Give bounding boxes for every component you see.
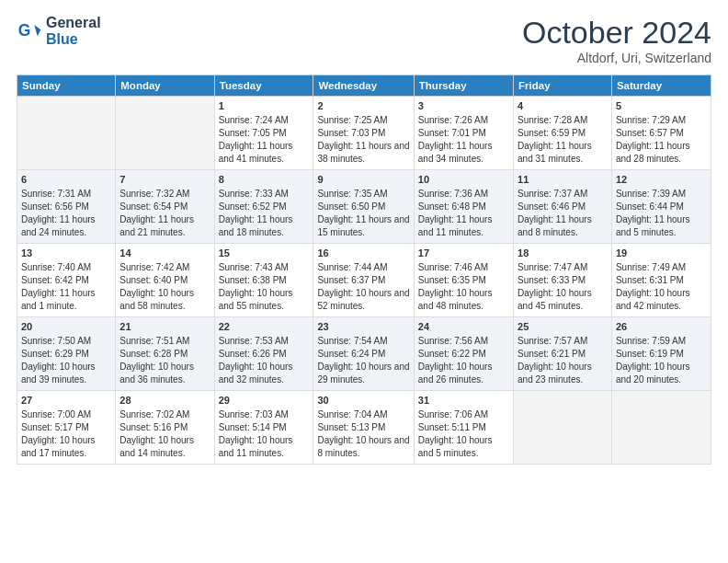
calendar-cell: 18Sunrise: 7:47 AM Sunset: 6:33 PM Dayli… — [514, 244, 612, 317]
day-info: Sunrise: 7:04 AM Sunset: 5:13 PM Dayligh… — [317, 408, 409, 460]
day-info: Sunrise: 7:37 AM Sunset: 6:46 PM Dayligh… — [518, 188, 608, 239]
day-info: Sunrise: 7:47 AM Sunset: 6:33 PM Dayligh… — [518, 261, 608, 313]
day-number: 26 — [616, 320, 707, 334]
calendar-cell: 22Sunrise: 7:53 AM Sunset: 6:26 PM Dayli… — [214, 317, 313, 391]
day-info: Sunrise: 7:25 AM Sunset: 7:03 PM Dayligh… — [317, 114, 409, 166]
calendar-cell: 14Sunrise: 7:42 AM Sunset: 6:40 PM Dayli… — [116, 244, 214, 317]
day-number: 12 — [616, 173, 707, 187]
day-number: 31 — [418, 394, 509, 408]
calendar-cell: 25Sunrise: 7:57 AM Sunset: 6:21 PM Dayli… — [514, 317, 612, 391]
day-info: Sunrise: 7:53 AM Sunset: 6:26 PM Dayligh… — [219, 335, 310, 386]
calendar-cell: 17Sunrise: 7:46 AM Sunset: 6:35 PM Dayli… — [414, 244, 513, 317]
calendar-cell: 10Sunrise: 7:36 AM Sunset: 6:48 PM Dayli… — [414, 170, 513, 244]
calendar-cell: 12Sunrise: 7:39 AM Sunset: 6:44 PM Dayli… — [611, 170, 711, 244]
day-number: 18 — [518, 247, 608, 260]
day-info: Sunrise: 7:50 AM Sunset: 6:29 PM Dayligh… — [21, 335, 111, 386]
day-info: Sunrise: 7:31 AM Sunset: 6:56 PM Dayligh… — [21, 188, 111, 239]
day-info: Sunrise: 7:26 AM Sunset: 7:01 PM Dayligh… — [418, 114, 509, 166]
day-number: 28 — [119, 394, 210, 408]
day-number: 29 — [219, 394, 310, 408]
weekday-header-row: SundayMondayTuesdayWednesdayThursdayFrid… — [17, 75, 711, 97]
calendar-cell: 21Sunrise: 7:51 AM Sunset: 6:28 PM Dayli… — [116, 317, 214, 391]
logo-icon: G — [17, 18, 42, 44]
day-number: 16 — [317, 247, 409, 260]
calendar-cell: 20Sunrise: 7:50 AM Sunset: 6:29 PM Dayli… — [17, 317, 116, 391]
calendar-cell: 30Sunrise: 7:04 AM Sunset: 5:13 PM Dayli… — [313, 391, 414, 465]
day-number: 2 — [317, 99, 409, 113]
day-number: 22 — [219, 320, 310, 334]
weekday-header-tuesday: Tuesday — [214, 75, 313, 97]
calendar-cell: 6Sunrise: 7:31 AM Sunset: 6:56 PM Daylig… — [17, 170, 116, 244]
day-info: Sunrise: 7:24 AM Sunset: 7:05 PM Dayligh… — [219, 114, 310, 166]
day-info: Sunrise: 7:33 AM Sunset: 6:52 PM Dayligh… — [219, 188, 310, 239]
day-info: Sunrise: 7:51 AM Sunset: 6:28 PM Dayligh… — [119, 335, 210, 386]
day-info: Sunrise: 7:39 AM Sunset: 6:44 PM Dayligh… — [616, 188, 707, 239]
calendar-row: 13Sunrise: 7:40 AM Sunset: 6:42 PM Dayli… — [17, 244, 711, 317]
day-info: Sunrise: 7:02 AM Sunset: 5:16 PM Dayligh… — [119, 408, 210, 460]
day-info: Sunrise: 7:49 AM Sunset: 6:31 PM Dayligh… — [616, 261, 707, 313]
day-number: 9 — [317, 173, 409, 187]
day-info: Sunrise: 7:43 AM Sunset: 6:38 PM Dayligh… — [219, 261, 310, 313]
title-block: October 2024 Altdorf, Uri, Switzerland — [522, 15, 711, 65]
day-number: 10 — [418, 173, 509, 187]
day-number: 30 — [317, 394, 409, 408]
day-number: 17 — [418, 247, 509, 260]
calendar-cell: 8Sunrise: 7:33 AM Sunset: 6:52 PM Daylig… — [214, 170, 313, 244]
svg-marker-1 — [34, 25, 40, 36]
page-header: G General Blue October 2024 Altdorf, Uri… — [17, 15, 711, 65]
calendar-cell: 31Sunrise: 7:06 AM Sunset: 5:11 PM Dayli… — [414, 391, 513, 465]
day-number: 19 — [616, 247, 707, 260]
weekday-header-friday: Friday — [514, 75, 612, 97]
day-info: Sunrise: 7:35 AM Sunset: 6:50 PM Dayligh… — [317, 188, 409, 239]
calendar-table: SundayMondayTuesdayWednesdayThursdayFrid… — [17, 75, 711, 465]
month-title: October 2024 — [522, 15, 711, 51]
day-info: Sunrise: 7:28 AM Sunset: 6:59 PM Dayligh… — [518, 114, 608, 166]
day-info: Sunrise: 7:54 AM Sunset: 6:24 PM Dayligh… — [317, 335, 409, 386]
day-number: 5 — [616, 99, 707, 113]
day-number: 24 — [418, 320, 509, 334]
weekday-header-saturday: Saturday — [611, 75, 711, 97]
weekday-header-thursday: Thursday — [414, 75, 513, 97]
calendar-cell: 28Sunrise: 7:02 AM Sunset: 5:16 PM Dayli… — [116, 391, 214, 465]
calendar-cell: 19Sunrise: 7:49 AM Sunset: 6:31 PM Dayli… — [611, 244, 711, 317]
calendar-cell: 16Sunrise: 7:44 AM Sunset: 6:37 PM Dayli… — [313, 244, 414, 317]
day-info: Sunrise: 7:03 AM Sunset: 5:14 PM Dayligh… — [219, 408, 310, 460]
calendar-row: 1Sunrise: 7:24 AM Sunset: 7:05 PM Daylig… — [17, 97, 711, 170]
logo-line1: General — [46, 15, 101, 31]
day-number: 6 — [21, 173, 111, 187]
day-number: 8 — [219, 173, 310, 187]
day-info: Sunrise: 7:00 AM Sunset: 5:17 PM Dayligh… — [21, 408, 111, 460]
calendar-cell — [17, 97, 116, 170]
calendar-cell — [116, 97, 214, 170]
calendar-cell: 26Sunrise: 7:59 AM Sunset: 6:19 PM Dayli… — [611, 317, 711, 391]
day-info: Sunrise: 7:29 AM Sunset: 6:57 PM Dayligh… — [616, 114, 707, 166]
day-number: 25 — [518, 320, 608, 334]
svg-text:G: G — [18, 21, 31, 40]
day-number: 14 — [119, 247, 210, 260]
calendar-cell — [514, 391, 612, 465]
location: Altdorf, Uri, Switzerland — [522, 51, 711, 65]
calendar-cell: 13Sunrise: 7:40 AM Sunset: 6:42 PM Dayli… — [17, 244, 116, 317]
day-number: 20 — [21, 320, 111, 334]
day-info: Sunrise: 7:56 AM Sunset: 6:22 PM Dayligh… — [418, 335, 509, 386]
logo-line2: Blue — [46, 31, 101, 48]
day-info: Sunrise: 7:59 AM Sunset: 6:19 PM Dayligh… — [616, 335, 707, 386]
day-info: Sunrise: 7:36 AM Sunset: 6:48 PM Dayligh… — [418, 188, 509, 239]
weekday-header-wednesday: Wednesday — [313, 75, 414, 97]
calendar-cell — [611, 391, 711, 465]
day-number: 21 — [119, 320, 210, 334]
day-number: 23 — [317, 320, 409, 334]
day-number: 15 — [219, 247, 310, 260]
calendar-row: 27Sunrise: 7:00 AM Sunset: 5:17 PM Dayli… — [17, 391, 711, 465]
calendar-cell: 24Sunrise: 7:56 AM Sunset: 6:22 PM Dayli… — [414, 317, 513, 391]
day-number: 1 — [219, 99, 310, 113]
day-info: Sunrise: 7:46 AM Sunset: 6:35 PM Dayligh… — [418, 261, 509, 313]
day-number: 7 — [119, 173, 210, 187]
weekday-header-monday: Monday — [116, 75, 214, 97]
calendar-cell: 7Sunrise: 7:32 AM Sunset: 6:54 PM Daylig… — [116, 170, 214, 244]
day-info: Sunrise: 7:06 AM Sunset: 5:11 PM Dayligh… — [418, 408, 509, 460]
calendar-cell: 5Sunrise: 7:29 AM Sunset: 6:57 PM Daylig… — [611, 97, 711, 170]
day-info: Sunrise: 7:32 AM Sunset: 6:54 PM Dayligh… — [119, 188, 210, 239]
calendar-cell: 29Sunrise: 7:03 AM Sunset: 5:14 PM Dayli… — [214, 391, 313, 465]
day-info: Sunrise: 7:42 AM Sunset: 6:40 PM Dayligh… — [119, 261, 210, 313]
